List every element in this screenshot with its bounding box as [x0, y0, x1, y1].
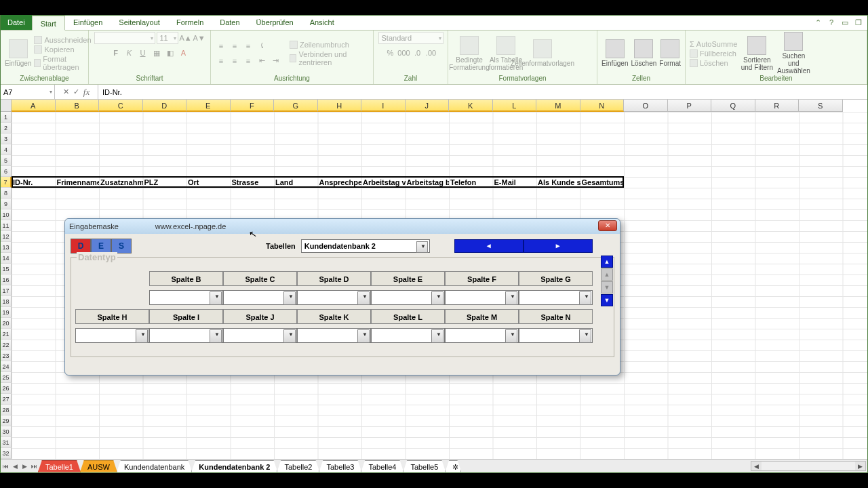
col-combo[interactable]: [519, 290, 593, 305]
tab-ansicht[interactable]: Ansicht: [302, 15, 342, 30]
header-cell[interactable]: Land: [274, 178, 318, 186]
format-painter-button[interactable]: Format übertragen: [34, 55, 91, 71]
col-combo[interactable]: [445, 290, 519, 305]
header-cell[interactable]: Gesamtumsatz: [580, 178, 625, 186]
row-header[interactable]: 29: [1, 415, 12, 426]
row-header[interactable]: 26: [1, 383, 12, 394]
column-header[interactable]: R: [755, 100, 800, 112]
font-color-button[interactable]: A: [178, 47, 190, 59]
name-box[interactable]: A7: [1, 85, 55, 99]
row-header[interactable]: 31: [1, 437, 12, 448]
col-combo[interactable]: [297, 328, 371, 343]
mode-s-button[interactable]: S: [111, 239, 132, 253]
col-combo[interactable]: [149, 328, 223, 343]
format-cells-button[interactable]: Format: [659, 39, 681, 67]
header-cell[interactable]: ID-Nr.: [12, 178, 56, 186]
find-select-button[interactable]: Suchen und Auswählen: [776, 32, 810, 75]
font-size-select[interactable]: 11: [157, 32, 178, 44]
row-header[interactable]: 2: [1, 123, 12, 134]
column-header[interactable]: F: [231, 100, 275, 112]
decrease-font-icon[interactable]: A▼: [193, 32, 205, 44]
header-cell[interactable]: Zusatznahme: [99, 178, 143, 186]
row-header[interactable]: 23: [1, 350, 12, 361]
sheet-tab[interactable]: Tabelle2: [277, 460, 319, 472]
column-header[interactable]: M: [536, 100, 580, 112]
column-header[interactable]: O: [624, 100, 668, 112]
tab-einfuegen[interactable]: Einfügen: [65, 15, 111, 30]
insert-cells-button[interactable]: Einfügen: [601, 39, 628, 67]
col-combo[interactable]: [297, 290, 371, 305]
copy-button[interactable]: Kopieren: [34, 45, 91, 54]
column-header[interactable]: C: [99, 100, 143, 112]
column-header[interactable]: D: [143, 100, 187, 112]
header-cell[interactable]: Telefon: [449, 178, 493, 186]
row-header[interactable]: 32: [1, 448, 12, 459]
sort-filter-button[interactable]: Sortieren und Filtern: [740, 36, 774, 71]
column-header[interactable]: L: [493, 100, 537, 112]
font-family-select[interactable]: [94, 32, 155, 44]
nav-prev-button[interactable]: ◄: [454, 239, 524, 253]
row-header[interactable]: 16: [1, 274, 12, 285]
header-cell[interactable]: Arbeitstag bis: [406, 178, 450, 186]
header-cell[interactable]: Arbeitstag von: [361, 178, 406, 186]
row-header[interactable]: 15: [1, 264, 12, 274]
spin-up-button[interactable]: ▲: [601, 256, 613, 268]
row-header[interactable]: 9: [1, 199, 12, 209]
row-header[interactable]: 17: [1, 285, 12, 296]
border-button[interactable]: ▦: [151, 47, 163, 59]
clear-button[interactable]: Löschen: [690, 59, 737, 67]
fx-icon[interactable]: fx: [83, 87, 90, 98]
window-min-icon[interactable]: ▭: [840, 18, 850, 27]
col-combo[interactable]: [519, 328, 593, 343]
tab-nav-first-icon[interactable]: ⏮: [1, 461, 10, 472]
fill-button[interactable]: Füllbereich: [690, 49, 737, 58]
sheet-tab[interactable]: Kundendatenbank: [117, 460, 192, 472]
header-cell[interactable]: Ort: [186, 178, 231, 186]
row-header[interactable]: 7: [1, 177, 12, 188]
underline-button[interactable]: U: [137, 47, 149, 59]
row-header[interactable]: 25: [1, 372, 12, 383]
column-header[interactable]: I: [361, 100, 406, 112]
tab-daten[interactable]: Daten: [212, 15, 248, 30]
tab-nav-prev-icon[interactable]: ◀: [10, 461, 20, 472]
sheet-tab[interactable]: AUSW: [80, 460, 117, 472]
bold-button[interactable]: F: [110, 47, 122, 59]
paste-button[interactable]: Einfügen: [5, 39, 31, 67]
merge-center-button[interactable]: Verbinden und zentrieren: [290, 50, 369, 66]
row-header[interactable]: 21: [1, 329, 12, 340]
tab-ueberpruefen[interactable]: Überprüfen: [248, 15, 302, 30]
spin-down-button[interactable]: ▼: [601, 294, 613, 306]
autosum-button[interactable]: ΣAutoSumme: [690, 40, 737, 48]
increase-font-icon[interactable]: A▲: [180, 32, 192, 44]
column-header[interactable]: Q: [711, 100, 755, 112]
enter-icon[interactable]: ✓: [73, 87, 79, 96]
row-header[interactable]: 14: [1, 253, 12, 264]
tab-seitenlayout[interactable]: Seitenlayout: [111, 15, 168, 30]
mode-e-button[interactable]: E: [91, 239, 111, 253]
col-combo[interactable]: [75, 328, 149, 343]
conditional-formatting-button[interactable]: Bedingte Formatierung: [452, 36, 486, 71]
select-all-corner[interactable]: [1, 100, 12, 112]
delete-cells-button[interactable]: Löschen: [631, 39, 656, 67]
row-header[interactable]: 6: [1, 166, 12, 177]
sheet-tab[interactable]: Tabelle1: [38, 460, 81, 472]
row-header[interactable]: 12: [1, 231, 12, 242]
column-header[interactable]: S: [799, 100, 843, 112]
column-header[interactable]: J: [406, 100, 450, 112]
tab-formeln[interactable]: Formeln: [168, 15, 212, 30]
formula-input[interactable]: ID-Nr.: [98, 85, 867, 99]
horizontal-scrollbar[interactable]: ◀▶: [751, 461, 866, 471]
col-combo[interactable]: [223, 290, 297, 305]
row-header[interactable]: 10: [1, 209, 12, 220]
column-header[interactable]: B: [56, 100, 100, 112]
new-sheet-button[interactable]: ✲: [445, 460, 461, 472]
file-tab[interactable]: Datei: [1, 15, 32, 30]
minimize-ribbon-icon[interactable]: ⌃: [813, 18, 823, 27]
col-combo[interactable]: [149, 290, 223, 305]
column-header[interactable]: H: [318, 100, 362, 112]
spin-mid-up[interactable]: ▲: [601, 268, 613, 281]
column-header[interactable]: N: [580, 100, 625, 112]
row-header[interactable]: 18: [1, 296, 12, 307]
row-header[interactable]: 3: [1, 134, 12, 144]
col-combo[interactable]: [223, 328, 297, 343]
